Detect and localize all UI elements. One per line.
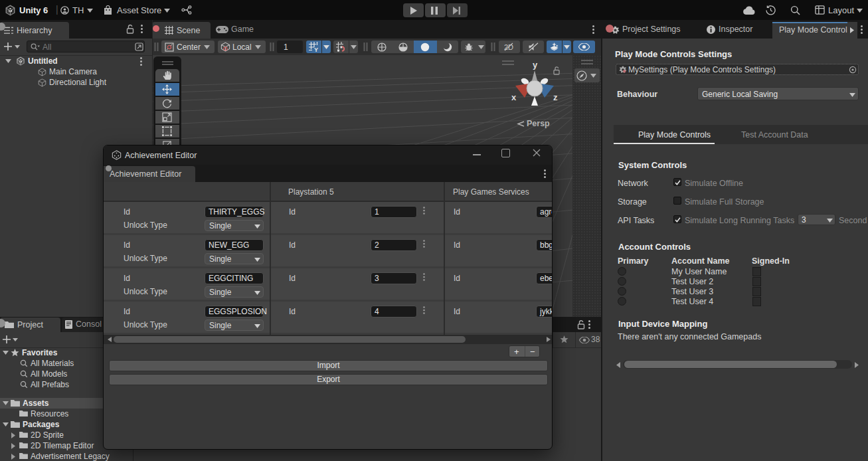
- svg-text:Y: Y: [314, 46, 318, 52]
- svg-text:y: y: [533, 60, 538, 70]
- svg-text:z: z: [553, 92, 558, 102]
- svg-text:x: x: [511, 92, 517, 102]
